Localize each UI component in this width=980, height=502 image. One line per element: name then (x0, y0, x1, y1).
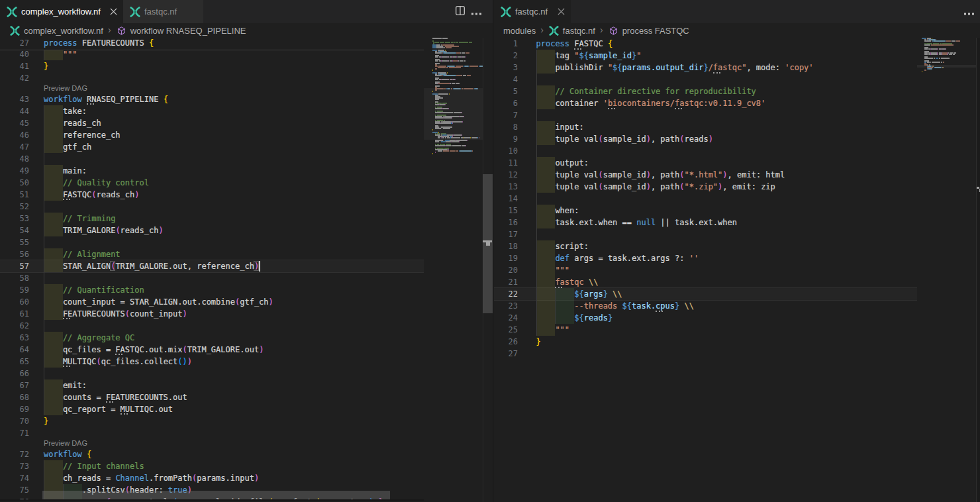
horizontal-scrollbar-slider[interactable] (42, 491, 390, 499)
line-number: 45 (0, 117, 29, 129)
more-actions-icon[interactable] (471, 13, 481, 15)
code-line: 13 tuple val(sample_id), path("*.zip"), … (494, 181, 917, 193)
split-editor-icon[interactable] (456, 6, 465, 15)
tab-complex_workflow-nf[interactable]: complex_workflow.nf (0, 0, 123, 23)
code-line: 60 count_input = STAR_ALIGN.out.combine(… (0, 296, 424, 308)
line-number: 9 (494, 133, 518, 145)
more-actions-icon[interactable] (964, 13, 974, 15)
code-token: Channel (115, 474, 149, 483)
breadcrumb-label: modules (503, 26, 536, 36)
close-icon[interactable] (558, 8, 565, 15)
code-token: ) (134, 190, 139, 199)
code-line: 6 container 'biocontainers/fastqc:v0.11.… (494, 97, 917, 109)
code-line: 1process FASTQC { (494, 38, 917, 50)
editor-right[interactable]: 1process FASTQC {2 tag "${sample_id}"3 p… (494, 38, 980, 502)
code-text: task.ext.when == null || task.ext.when (536, 217, 737, 228)
code-token: ( (598, 170, 603, 179)
line-number: 72 (0, 448, 29, 460)
line-number: 44 (0, 105, 29, 117)
code-token: ch_reads = (44, 474, 115, 483)
code-text: """ (536, 324, 570, 336)
codelens-preview-dag[interactable]: Preview DAG (44, 439, 87, 448)
line-number: 7 (494, 109, 518, 121)
vertical-scrollbar[interactable] (483, 38, 493, 502)
breadcrumb-item[interactable]: complex_workflow.nf (10, 25, 103, 36)
code-token: { (149, 38, 154, 48)
line-number: 65 (0, 356, 29, 368)
code-line: 62 (0, 320, 424, 332)
tab-file-icon (7, 7, 17, 17)
breadcrumb-item[interactable]: fastqc.nf (549, 25, 595, 36)
line-number: 27 (494, 348, 518, 360)
code-token: ${ (612, 63, 622, 72)
breadcrumb-item[interactable]: workflow RNASEQ_PIPELINE (117, 25, 246, 36)
code-line: 45 reads_ch (0, 117, 424, 129)
code-token: reads_ch (121, 226, 159, 235)
code-token: '' (689, 254, 699, 263)
tab-close-button[interactable] (558, 8, 565, 15)
sticky-line-number: 27 (0, 38, 29, 50)
code-line: 70} (0, 415, 424, 427)
line-number: 42 (0, 72, 29, 84)
code-line: 66 (0, 368, 424, 379)
line-number: 67 (0, 379, 29, 391)
code-text: // Alignment (44, 248, 121, 260)
code-token: gtf_ch (240, 297, 268, 307)
more-actions-button[interactable] (471, 6, 481, 18)
close-icon[interactable] (110, 8, 117, 15)
editor-group-left: complex_workflow.nffastqc.nfcomplex_work… (0, 0, 493, 502)
sticky-scroll-line[interactable]: 27process FEATURECOUNTS { (0, 38, 424, 50)
code-token: 'copy' (785, 63, 813, 72)
tab-bar-left: complex_workflow.nffastqc.nf (0, 0, 493, 23)
code-token: // Quality control (44, 178, 149, 187)
code-token: when: (536, 206, 579, 215)
minimap-right[interactable] (917, 38, 976, 502)
code-token: reference_ch (44, 130, 121, 140)
tab-close-button[interactable] (110, 8, 117, 15)
editor-group-sash[interactable] (493, 0, 494, 502)
code-token: "*.html" (685, 170, 723, 179)
code-line: 59 // Quantification (0, 284, 424, 296)
code-token: .fromPath (149, 474, 192, 483)
code-token: tuple val (536, 134, 599, 144)
minimap-current-line (917, 65, 976, 68)
code-token: // Quantification (44, 285, 144, 295)
code-token: reads_ch (96, 190, 134, 199)
code-line: 69 qc_report = MULTIQC.out (0, 403, 424, 415)
line-number: 5 (494, 85, 518, 97)
code-token: ${ (579, 51, 589, 60)
tab-fastqc-nf[interactable]: fastqc.nf (123, 0, 203, 23)
code-line: 68 counts = FEATURECOUNTS.out (0, 391, 424, 403)
code-line: 16 task.ext.when == null || task.ext.whe… (494, 217, 917, 228)
code-text: script: (536, 240, 589, 252)
code-line: 49 main: (0, 165, 424, 177)
breadcrumb-item[interactable]: process FASTQC (609, 25, 689, 36)
code-text: qc_files = FASTQC.out.mix(TRIM_GALORE.ou… (44, 344, 264, 356)
code-token: ${ (574, 289, 583, 299)
bracket-match-box (110, 261, 115, 271)
tab-fastqc-nf[interactable]: fastqc.nf (494, 0, 571, 23)
editor-left[interactable]: Preview DAGPreview DAG40 """41}4243workf… (0, 38, 493, 502)
breadcrumb-item[interactable]: modules (503, 26, 536, 36)
vertical-scrollbar[interactable] (976, 38, 980, 502)
minimap-left[interactable] (424, 38, 483, 502)
code-token: count_input (130, 309, 182, 319)
minimap-slider[interactable] (424, 88, 483, 140)
code-token: script: (536, 242, 589, 251)
line-number: 52 (0, 201, 29, 213)
codelens-preview-dag[interactable]: Preview DAG (44, 84, 87, 93)
breadcrumb-symbol-icon (117, 25, 127, 36)
tab-bar-right: fastqc.nf (494, 0, 980, 23)
more-actions-button[interactable] (964, 6, 974, 18)
split-editor-button[interactable] (456, 6, 465, 18)
code-token: " (574, 51, 579, 60)
code-token: ) (187, 357, 192, 366)
code-text: reference_ch (44, 129, 121, 141)
code-text: when: (536, 205, 579, 217)
code-token: """ (536, 266, 570, 275)
code-token: qc_report = MULTIQC.out (44, 405, 173, 414)
indent-guide (536, 145, 537, 157)
code-token: // Alignment (44, 250, 121, 259)
nextflow-file-icon (10, 26, 20, 36)
code-token: , emit: zip (722, 182, 775, 191)
